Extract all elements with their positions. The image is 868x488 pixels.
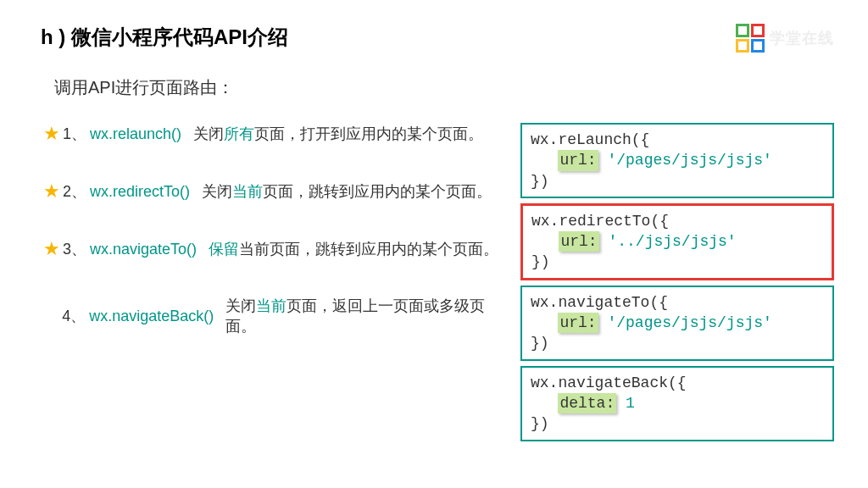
api-desc: 关闭所有页面，打开到应用内的某个页面。	[193, 124, 483, 144]
star-icon: ★	[41, 305, 62, 327]
code-value: '/pages/jsjs/jsjs'	[607, 314, 771, 331]
api-name: wx.navigateTo()	[90, 241, 197, 258]
brand-name: 学堂在线	[770, 28, 834, 48]
api-desc: 保留当前页面，跳转到应用内的某个页面。	[209, 239, 498, 259]
api-desc: 关闭当前页面，返回上一页面或多级页面。	[225, 296, 507, 336]
api-index: 3、	[63, 239, 86, 259]
api-desc: 关闭当前页面，跳转到应用内的某个页面。	[202, 181, 492, 202]
api-name: wx.relaunch()	[90, 125, 181, 143]
code-column: wx.reLaunch({ url: '/pages/jsjs/jsjs' })…	[520, 123, 834, 441]
star-icon: ★	[41, 238, 63, 260]
code-value: '../jsjs/jsjs'	[608, 233, 736, 250]
code-key: url:	[559, 231, 598, 252]
api-list: ★ 1、 wx.relaunch() 关闭所有页面，打开到应用内的某个页面。 ★…	[41, 123, 507, 441]
code-snippet-active: wx.redirectTo({ url: '../jsjs/jsjs' })	[520, 203, 834, 280]
code-value: '/pages/jsjs/jsjs'	[607, 152, 771, 169]
code-key: url:	[558, 313, 598, 333]
code-snippet: wx.navigateTo({ url: '/pages/jsjs/jsjs' …	[520, 286, 834, 361]
code-key: url:	[558, 150, 598, 170]
api-row: ★ 2、 wx.redirectTo() 关闭当前页面，跳转到应用内的某个页面。	[41, 180, 507, 202]
api-row: ★ 3、 wx.navigateTo() 保留当前页面，跳转到应用内的某个页面。	[41, 238, 507, 260]
code-value: 1	[626, 395, 635, 412]
api-name: wx.navigateBack()	[89, 308, 214, 325]
api-index: 4、	[62, 306, 86, 326]
star-icon: ★	[41, 180, 63, 202]
api-row: ★ 1、 wx.relaunch() 关闭所有页面，打开到应用内的某个页面。	[41, 123, 507, 145]
code-key: delta:	[558, 393, 616, 413]
brand-logo: 学堂在线	[736, 24, 834, 53]
api-index: 1、	[63, 124, 86, 144]
api-name: wx.redirectTo()	[90, 183, 190, 201]
logo-icon	[736, 24, 765, 53]
api-row: ★ 4、 wx.navigateBack() 关闭当前页面，返回上一页面或多级页…	[41, 296, 507, 336]
section-subtitle: 调用API进行页面路由：	[54, 76, 868, 99]
api-index: 2、	[63, 181, 86, 202]
code-snippet: wx.navigateBack({ delta: 1 })	[520, 366, 834, 441]
page-title: h ) 微信小程序代码API介绍	[41, 24, 288, 51]
star-icon: ★	[41, 123, 63, 145]
code-snippet: wx.reLaunch({ url: '/pages/jsjs/jsjs' })	[520, 123, 834, 198]
